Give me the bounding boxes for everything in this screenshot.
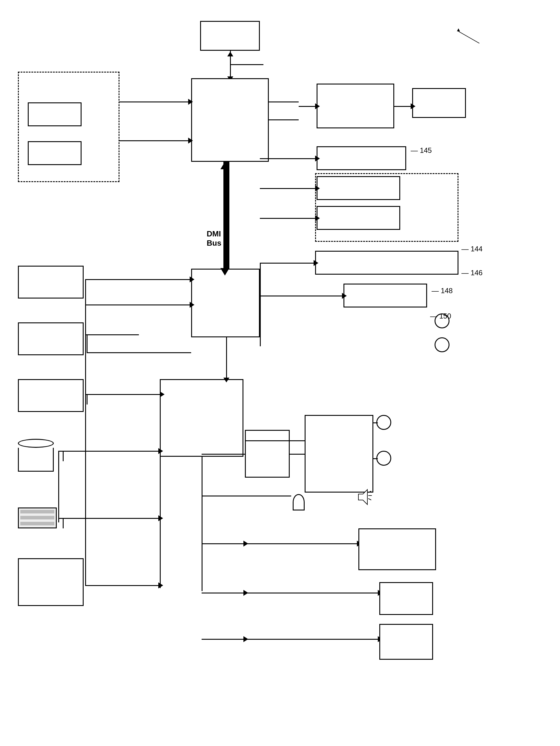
arrow-keyboard: [314, 260, 318, 266]
arrow-pci-graphics: [315, 103, 320, 109]
nb-pci-line: [269, 102, 299, 103]
arrow-nb-proc: [227, 52, 233, 56]
nb-bluetooth-line: [260, 295, 343, 296]
sb-hd-hline: [202, 454, 245, 455]
hd-audio-line: [290, 454, 305, 455]
processor-box: [200, 21, 260, 51]
usb-ec-hline: [85, 305, 191, 306]
nb-usb-storage: [260, 158, 316, 159]
serial-hline: [58, 518, 160, 519]
arrow-serial: [158, 515, 163, 521]
sb-lpc-tpm-hline: [202, 593, 245, 594]
audio-circle-line2: [373, 458, 378, 459]
arrow-mem1-nb: [188, 99, 193, 105]
audio-circuitry-box: [305, 415, 373, 493]
efi-boot-box: [18, 379, 84, 412]
dmi-vline: [223, 162, 229, 269]
arrow-ata: [158, 448, 163, 454]
dmi-arrow-up: [220, 162, 229, 169]
audio-circle-line1: [373, 422, 378, 423]
arrow-usb-dev1: [315, 185, 320, 191]
arrow-usb-dev2: [315, 215, 320, 221]
memory2-box: [28, 141, 82, 165]
left-conn-vline: [85, 279, 86, 585]
lpc-tpm-label: [245, 582, 249, 590]
boot-rom-box: [379, 624, 433, 660]
usb-controller-box: [191, 269, 260, 337]
audio-line-in-circle: [376, 415, 391, 430]
ref-145: — 145: [411, 146, 432, 155]
north-bridge-box: [191, 78, 269, 162]
usb-storage-box: [316, 146, 406, 170]
arrow-mem2-nb: [188, 138, 193, 144]
cylinder-body: [18, 448, 54, 472]
ref-146: — 146: [461, 269, 483, 277]
sb-eth-hline: [202, 543, 245, 544]
nb-pci-line2: [269, 119, 299, 120]
south-bridge-box: [160, 379, 244, 457]
mic-symbol: [293, 494, 305, 511]
pci-wl-hline: [85, 334, 139, 335]
optical-drive-icon: [18, 508, 57, 528]
dmi-arrow: [220, 268, 229, 276]
serial-vline: [63, 518, 64, 528]
usb-device1-box: [316, 176, 400, 200]
graphics-box: [316, 84, 394, 128]
arrow-sb-eth: [244, 541, 248, 547]
bluetooth-box: [343, 284, 427, 308]
wl-to-usb: [87, 352, 191, 353]
svg-line-5: [368, 498, 371, 500]
svg-line-0: [458, 31, 479, 43]
pci-eth-hline: [245, 543, 358, 544]
hd-interface-box: [245, 430, 290, 478]
left-vline2: [58, 451, 59, 522]
uc-sb-vline2: [226, 337, 227, 379]
sb-left-vline: [160, 394, 161, 588]
usb-right-vline: [260, 263, 261, 346]
svg-marker-1: [457, 28, 460, 31]
arrow-bluetooth: [342, 293, 347, 299]
system-memory-box: [18, 71, 119, 182]
arrow-left-legacy: [158, 582, 163, 589]
lpc-legacy-hline: [85, 585, 160, 586]
camera-circle: [435, 337, 449, 352]
usb-device2-box: [316, 206, 400, 230]
ref-144: — 144: [461, 245, 483, 253]
arrow-ec-usb: [190, 277, 194, 282]
wireless-box: [18, 322, 84, 355]
sb-mic-hline: [202, 495, 291, 496]
mem2-nb-line: [119, 140, 191, 141]
keyboard-box: [315, 251, 458, 275]
system-ref-line: [449, 28, 503, 48]
pci-ec-hline: [85, 279, 191, 280]
spi-vline: [87, 394, 87, 404]
lpc-tpm-hline: [245, 593, 379, 594]
mem1-nb-line: [119, 102, 191, 103]
tpm-box: [379, 582, 433, 615]
dmi-bus-label: DMIBus: [207, 229, 221, 248]
expresscard-box: [18, 266, 84, 298]
svg-line-3: [368, 491, 371, 493]
hard-drive-label: [18, 481, 60, 489]
graphics-display-line: [394, 106, 412, 107]
sb-down-vline: [202, 457, 202, 591]
nb-usb-dev2: [260, 218, 316, 219]
ref-148: — 148: [431, 287, 453, 295]
arrow-graphics-display: [411, 103, 415, 109]
arrow-sb-lpc1: [244, 590, 248, 596]
speaker-symbol: [357, 488, 372, 507]
arrow-sb-lpc2: [244, 636, 248, 642]
nb-keyboard-line: [260, 263, 315, 264]
optical-out-circle: [376, 451, 391, 466]
ref-150: — 150: [430, 312, 451, 320]
cylinder-top: [18, 439, 54, 448]
spi-hline: [85, 394, 161, 395]
nb-usb-dev1: [260, 188, 316, 189]
sb-lpc-boot-hline: [202, 639, 245, 640]
ata-hline: [58, 451, 160, 452]
sb-audio-hline: [245, 440, 305, 441]
wl-vline: [87, 334, 87, 352]
lpc-boot-hline: [245, 639, 379, 640]
arrow-usb-storage: [315, 155, 320, 162]
display-box: [412, 88, 466, 118]
